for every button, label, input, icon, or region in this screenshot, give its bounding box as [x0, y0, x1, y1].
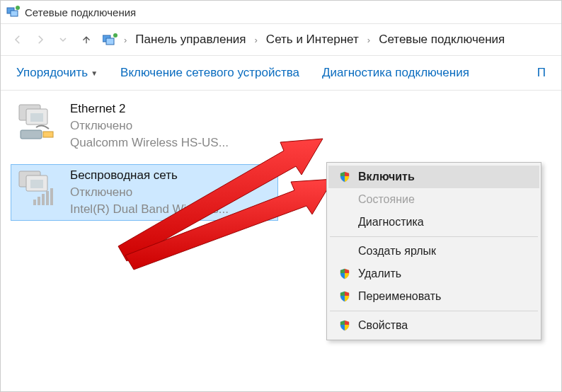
adapter-name: Ethernet 2	[70, 102, 229, 116]
menu-enable-label: Включить	[358, 171, 415, 183]
wireless-adapter-icon	[15, 168, 63, 208]
nav-up-button[interactable]	[79, 32, 94, 47]
menu-rename[interactable]: Переименовать	[328, 285, 539, 308]
breadcrumb-sep: ›	[365, 35, 373, 45]
nav-forward-button[interactable]	[30, 30, 50, 50]
breadcrumb-network-internet[interactable]: Сеть и Интернет	[263, 31, 362, 48]
menu-delete-label: Удалить	[358, 267, 401, 280]
breadcrumb-control-panel[interactable]: Панель управления	[132, 31, 248, 48]
svg-point-5	[113, 33, 117, 38]
enable-device-label: Включение сетевого устройства	[120, 66, 299, 80]
shield-icon	[338, 267, 351, 280]
nav-recent-dropdown[interactable]	[53, 30, 73, 50]
svg-rect-15	[38, 197, 40, 205]
chevron-down-icon: ▼	[91, 69, 98, 77]
window-title: Сетевые подключения	[25, 6, 136, 18]
menu-diagnose[interactable]: Диагностика	[328, 211, 539, 234]
breadcrumb-folder-icon	[103, 33, 118, 47]
menu-shortcut-label: Создать ярлык	[358, 245, 436, 258]
navbar: › Панель управления › Сеть и Интернет › …	[1, 23, 561, 56]
menu-properties[interactable]: Свойства	[328, 314, 539, 337]
toolbar-more-label: П	[537, 66, 546, 80]
breadcrumb-sep: ›	[121, 35, 130, 45]
svg-rect-1	[11, 11, 18, 16]
svg-rect-16	[42, 194, 45, 205]
svg-rect-9	[21, 130, 42, 139]
diagnose-button[interactable]: Диагностика подключения	[322, 66, 469, 80]
menu-status-label: Состояние	[358, 193, 415, 206]
svg-point-2	[16, 6, 20, 10]
breadcrumb[interactable]: › Панель управления › Сеть и Интернет › …	[103, 31, 507, 48]
svg-rect-18	[50, 188, 53, 205]
svg-rect-10	[43, 132, 53, 137]
svg-rect-17	[46, 191, 49, 205]
menu-delete[interactable]: Удалить	[328, 263, 539, 285]
svg-rect-14	[33, 200, 36, 205]
menu-rename-label: Переименовать	[358, 290, 441, 303]
shield-icon	[338, 171, 351, 183]
menu-create-shortcut[interactable]: Создать ярлык	[328, 240, 539, 263]
menu-status: Состояние	[328, 188, 539, 211]
menu-diagnose-label: Диагностика	[358, 216, 424, 229]
organize-button[interactable]: Упорядочить ▼	[16, 66, 98, 80]
adapter-status: Отключено	[70, 119, 229, 133]
adapter-detail: Qualcomm Wireless HS-US...	[70, 136, 229, 150]
diagnose-label: Диагностика подключения	[322, 66, 469, 80]
adapter-detail: Intel(R) Dual Band Wireless...	[70, 202, 229, 217]
adapter-wireless[interactable]: Беспроводная сеть Отключено Intel(R) Dua…	[11, 164, 278, 221]
context-menu: Включить Состояние Диагностика Создать я…	[326, 162, 541, 340]
shield-icon	[338, 290, 351, 303]
toolbar-more[interactable]: П	[537, 66, 546, 80]
nav-back-button[interactable]	[8, 30, 28, 50]
svg-rect-13	[30, 180, 43, 188]
enable-device-button[interactable]: Включение сетевого устройства	[120, 66, 299, 80]
organize-label: Упорядочить	[16, 66, 88, 80]
adapter-status: Отключено	[70, 185, 229, 200]
adapter-ethernet[interactable]: Ethernet 2 Отключено Qualcomm Wireless H…	[11, 98, 278, 154]
adapter-name: Беспроводная сеть	[70, 168, 229, 183]
svg-rect-8	[30, 113, 43, 122]
shield-icon	[338, 319, 351, 332]
toolbar: Упорядочить ▼ Включение сетевого устройс…	[1, 56, 561, 91]
svg-rect-4	[106, 38, 114, 45]
menu-enable[interactable]: Включить	[328, 166, 539, 188]
menu-properties-label: Свойства	[358, 319, 408, 332]
network-connections-icon	[6, 5, 21, 19]
breadcrumb-network-connections[interactable]: Сетевые подключения	[376, 31, 507, 48]
ethernet-adapter-icon	[15, 102, 63, 142]
titlebar: Сетевые подключения	[1, 1, 561, 23]
menu-separator	[330, 236, 538, 237]
breadcrumb-sep: ›	[252, 35, 260, 45]
menu-separator	[330, 311, 538, 311]
